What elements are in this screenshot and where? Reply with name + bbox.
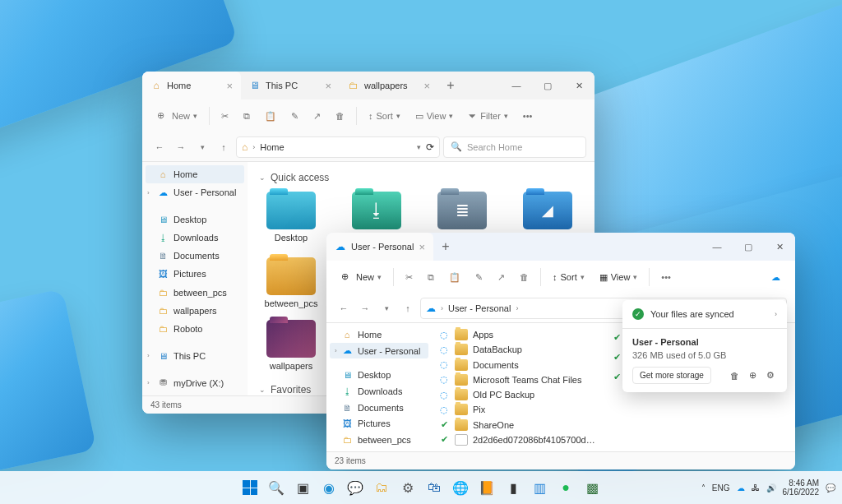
close-tab-icon[interactable]: × [226,81,233,91]
paste-button[interactable]: 📋 [442,266,467,289]
sidebar-item-user-personal[interactable]: ›☁User - Personal [330,343,428,359]
view-button[interactable]: ▦ View ▾ [593,266,645,289]
share-button[interactable]: ↗ [491,266,511,289]
cut-button[interactable]: ✂ [399,266,419,289]
up-button[interactable]: ↑ [399,299,417,317]
list-item[interactable]: ◌Microsoft Teams Chat Files [438,373,596,386]
get-storage-button[interactable]: Get more storage [632,367,711,384]
store-button[interactable]: 🛍 [423,476,446,499]
sidebar-item-desktop[interactable]: 🖥Desktop [326,367,432,383]
back-button[interactable]: ← [150,138,169,156]
caret-icon[interactable]: › [335,347,337,354]
notifications-button[interactable]: 💬 [826,483,835,492]
close-tab-icon[interactable]: × [423,81,430,91]
minimize-button[interactable]: — [701,233,733,261]
sync-status-row[interactable]: ✓ Your files are synced › [632,308,777,320]
chevron-down-icon[interactable]: ▾ [417,143,421,151]
edge-button[interactable]: 🌐 [449,476,472,499]
recent-locs-button[interactable]: ▾ [193,138,211,156]
settings-icon[interactable]: ⚙ [764,369,777,382]
list-item[interactable]: ◌Documents [438,358,596,372]
sidebar-item-mydrive[interactable]: ›⛃myDrive (X:) [142,374,248,392]
qa-between-pcs[interactable]: between_pcs [259,257,323,308]
cut-button[interactable]: ✂ [215,104,235,127]
caret-icon[interactable]: › [147,352,150,359]
sort-button[interactable]: ↕ Sort ▾ [362,104,407,127]
close-tab-icon[interactable]: × [419,242,425,252]
tab-this-pc[interactable]: 🖥 This PC × [241,72,340,99]
new-tab-button[interactable]: + [433,233,458,261]
forward-button[interactable]: → [172,138,190,156]
widgets-button[interactable]: ◉ [317,476,340,499]
taskbar-app-icon[interactable]: ▥ [528,476,551,499]
list-item[interactable]: ◌DataBackup [438,343,596,356]
section-quick-access[interactable]: ⌄Quick access [259,172,583,183]
sidebar-item-pictures[interactable]: 🖼Pictures [326,416,432,432]
delete-button[interactable]: 🗑 [513,266,535,289]
view-online-icon[interactable]: ⊕ [746,369,759,382]
taskbar-app-icon[interactable]: ▩ [581,476,604,499]
sidebar-item-between-pcs[interactable]: 🗀between_pcs [326,432,432,448]
rename-button[interactable]: ✎ [285,104,305,127]
list-item[interactable]: ◌Old PC Backup [438,388,596,401]
copy-button[interactable]: ⧉ [237,104,257,127]
list-item[interactable]: ✔ShareOne [438,418,596,432]
sidebar-item-documents[interactable]: 🗎Documents [326,400,432,416]
onedrive-tray-icon[interactable]: ☁ [737,483,745,492]
back-button[interactable]: ← [335,299,353,317]
close-tab-icon[interactable]: × [325,81,331,91]
qa-desktop[interactable]: Desktop [259,192,323,243]
language-indicator[interactable]: ENG [712,483,730,492]
minimize-button[interactable]: — [501,72,532,99]
search-input[interactable]: 🔍 Search Home [443,136,586,158]
new-button[interactable]: ⊕New▾ [150,104,204,127]
clock[interactable]: 8:46 AM 6/16/2022 [783,479,820,497]
tab-user-personal[interactable]: ☁ User - Personal × [326,233,433,261]
tab-wallpapers[interactable]: 🗀 wallpapers × [340,72,438,99]
taskbar-app-icon[interactable]: 📙 [475,476,498,499]
sidebar-item-home[interactable]: ⌂Home [146,165,244,183]
sidebar-item-roboto[interactable]: 🗀Roboto [142,320,248,338]
tab-home[interactable]: ⌂ Home × [142,72,241,99]
new-button[interactable]: ⊕New▾ [335,266,388,289]
list-item[interactable]: ◌Pix [438,403,596,416]
share-button[interactable]: ↗ [307,104,327,127]
forward-button[interactable]: → [356,299,374,317]
copy-button[interactable]: ⧉ [421,266,441,289]
task-view-button[interactable]: ▣ [291,476,314,499]
sidebar-item-documents[interactable]: 🗎Documents [142,247,248,265]
more-button[interactable]: ••• [655,266,678,289]
sidebar-item-desktop[interactable]: 🖥Desktop [142,210,248,229]
refresh-button[interactable]: ⟳ [426,141,434,153]
close-button[interactable]: ✕ [563,72,594,99]
sidebar-item-user-personal[interactable]: ›☁User - Personal [142,183,248,201]
sort-button[interactable]: ↕ Sort ▾ [546,266,591,289]
view-button[interactable]: ▭ View ▾ [409,104,460,127]
caret-icon[interactable]: › [147,189,150,197]
sidebar-item-between-pcs[interactable]: 🗀between_pcs [142,284,248,302]
sidebar-item-pictures[interactable]: 🖼Pictures [142,265,248,283]
onedrive-status-button[interactable]: ☁ [765,266,787,289]
filter-button[interactable]: ⏷ Filter ▾ [461,104,514,127]
rename-button[interactable]: ✎ [469,266,489,289]
volume-icon[interactable]: 🔊 [766,483,776,492]
sidebar-item-wallpapers[interactable]: 🗀wallpapers [142,302,248,320]
up-button[interactable]: ↑ [215,138,233,156]
list-item[interactable]: ◌Apps [438,328,596,341]
tray-overflow-button[interactable]: ˄ [701,483,706,492]
new-tab-button[interactable]: + [438,72,463,99]
delete-button[interactable]: 🗑 [329,104,351,127]
settings-button[interactable]: ⚙ [396,476,419,499]
caret-icon[interactable]: › [147,379,150,386]
more-button[interactable]: ••• [516,104,539,127]
search-button[interactable]: 🔍 [265,476,288,499]
paste-button[interactable]: 📋 [258,104,283,127]
address-bar[interactable]: ⌂ › Home ▾ ⟳ [236,136,440,158]
recycle-bin-icon[interactable]: 🗑 [728,369,741,382]
close-button[interactable]: ✕ [764,233,795,261]
list-item[interactable]: ✔2d2d6ed072086bf4105700d5935439… [438,433,596,446]
sidebar-item-downloads[interactable]: ⭳Downloads [326,383,432,400]
sidebar-item-home[interactable]: ⌂Home [326,326,432,343]
terminal-button[interactable]: ▮ [502,476,525,499]
start-button[interactable] [238,476,261,499]
